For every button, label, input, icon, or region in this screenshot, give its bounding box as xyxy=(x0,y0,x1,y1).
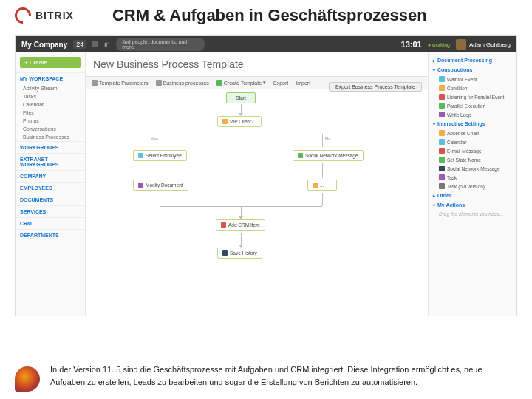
edit-icon xyxy=(138,183,143,188)
calendar-icon xyxy=(439,139,445,145)
user-icon xyxy=(138,153,143,158)
nav-section[interactable]: DEPARTMENTS xyxy=(16,229,85,241)
flow-node[interactable]: Save History xyxy=(217,248,262,259)
loop-icon xyxy=(439,112,445,117)
flow-condition-node[interactable]: VIP Client? xyxy=(217,116,262,127)
nav-item[interactable]: Conversations xyxy=(16,125,85,133)
nav-section[interactable]: WORKGROUPS xyxy=(16,141,85,153)
flow-node[interactable]: ... xyxy=(307,180,337,191)
flow-start-node[interactable]: Start xyxy=(226,92,256,103)
palette-item[interactable]: E-mail Message xyxy=(432,146,514,155)
flow-node[interactable]: Add CRM Item xyxy=(216,219,265,231)
palette-section[interactable]: Other xyxy=(432,191,514,200)
nav-section-workspace[interactable]: MY WORKSPACE xyxy=(16,72,85,84)
nav-item[interactable]: Files xyxy=(16,109,85,117)
flow-node[interactable]: Select Employee xyxy=(133,150,187,161)
brand-name: BITRIX xyxy=(35,10,74,21)
palette-item[interactable]: Absence Chart xyxy=(432,129,514,137)
brand-logo: BITRIX xyxy=(15,7,74,24)
palette-item[interactable]: Social Network Message xyxy=(432,164,514,173)
branch-yes: Yes xyxy=(151,137,158,141)
connector xyxy=(322,134,323,147)
canvas-area: New Business Process Template Template P… xyxy=(86,52,428,316)
page-title: New Business Process Template xyxy=(86,52,428,76)
tool-import[interactable]: Import xyxy=(296,80,310,86)
slide-header: BITRIX CRM & Aufgaben in Geschäftsprozes… xyxy=(0,0,532,31)
app-topbar: My Company 24 ◧ find people, documents, … xyxy=(16,36,516,52)
nav-item[interactable]: Business Processes xyxy=(16,133,85,141)
tool-create[interactable]: Create Template▾ xyxy=(216,80,266,86)
palette-item[interactable]: Parallel Execution xyxy=(432,101,514,110)
palette-section[interactable]: Constructions xyxy=(432,65,514,75)
connector xyxy=(160,193,160,206)
palette-item[interactable]: Condition xyxy=(432,83,514,92)
connector xyxy=(322,193,323,206)
company-name: My Company xyxy=(21,41,67,49)
status-indicator: ● working xyxy=(428,42,450,47)
app-body: + Create MY WORKSPACE Activity Stream Ta… xyxy=(16,52,516,316)
condition-icon xyxy=(222,119,228,124)
left-sidebar: + Create MY WORKSPACE Activity Stream Ta… xyxy=(16,52,86,316)
slide-title: CRM & Aufgaben in Geschäftsprozessen xyxy=(112,6,427,25)
wait-icon xyxy=(439,76,445,82)
connector xyxy=(160,134,322,134)
condition-icon xyxy=(439,85,445,91)
nav-section[interactable]: EXTRANET WORKGROUPS xyxy=(16,153,85,170)
tool-export[interactable]: Export xyxy=(273,80,288,86)
process-icon xyxy=(156,80,162,86)
nav-section[interactable]: DOCUMENTS xyxy=(16,194,85,205)
tool-processes[interactable]: Business processes xyxy=(156,80,209,86)
email-icon xyxy=(439,148,445,154)
listen-icon xyxy=(439,94,445,100)
palette-item[interactable]: Wait for Event xyxy=(432,75,514,83)
palette-hint: Drag the elements you need... xyxy=(432,210,514,218)
create-button[interactable]: + Create xyxy=(20,57,81,68)
company-badge: 24 xyxy=(73,40,86,49)
app-window: My Company 24 ◧ find people, documents, … xyxy=(15,35,517,316)
palette-item[interactable]: Task (old version) xyxy=(432,182,514,191)
nav-section[interactable]: CRM xyxy=(16,217,85,229)
butterfly-icon xyxy=(15,366,40,392)
nav-item[interactable]: Activity Stream xyxy=(16,84,85,92)
palette-section[interactable]: My Actions xyxy=(432,200,514,210)
palette-item[interactable]: Task xyxy=(432,173,514,182)
task-old-icon xyxy=(439,183,445,189)
parallel-icon xyxy=(439,103,445,109)
collapse-icon[interactable]: ◧ xyxy=(104,41,110,48)
nav-section[interactable]: EMPLOYEES xyxy=(16,182,85,194)
footer-text: In der Version 11. 5 sind die Geschäftsp… xyxy=(50,364,517,388)
branch-no: No xyxy=(325,137,331,141)
connector xyxy=(322,163,323,178)
search-input[interactable]: find people, documents, and more xyxy=(116,38,205,51)
slide-footer: In der Version 11. 5 sind die Geschäftsp… xyxy=(15,364,517,392)
avatar xyxy=(456,39,466,50)
message-icon xyxy=(298,153,303,158)
nav-section[interactable]: SERVICES xyxy=(16,205,85,217)
flow-node[interactable]: Social Network Message xyxy=(293,150,364,161)
nav-item[interactable]: Tasks xyxy=(16,92,85,100)
flow-node[interactable]: Modify Document xyxy=(133,180,188,191)
connector xyxy=(160,163,160,178)
action-palette: Document Processing Constructions Wait f… xyxy=(428,52,516,316)
palette-section[interactable]: Interactive Settings xyxy=(432,119,514,129)
connector xyxy=(160,134,160,147)
flowchart[interactable]: Start VIP Client? Yes No Select Employee… xyxy=(86,89,428,304)
crm-icon xyxy=(221,222,226,228)
nav-section[interactable]: COMPANY xyxy=(16,170,85,182)
nav-item[interactable]: Calendar xyxy=(16,100,85,109)
state-icon xyxy=(439,157,445,163)
palette-section[interactable]: Document Processing xyxy=(432,55,514,65)
user-menu[interactable]: Adam Goldberg xyxy=(456,39,511,50)
grid-icon[interactable] xyxy=(92,41,98,47)
tool-params[interactable]: Template Parameters xyxy=(92,80,149,86)
user-name: Adam Goldberg xyxy=(469,41,511,48)
palette-item[interactable]: Calendar xyxy=(432,137,514,146)
plus-icon xyxy=(216,80,222,86)
misc-icon xyxy=(313,183,318,188)
palette-item[interactable]: While Loop xyxy=(432,110,514,119)
palette-item[interactable]: Set State Name xyxy=(432,155,514,164)
nav-item[interactable]: Photos xyxy=(16,117,85,125)
palette-item[interactable]: Listening for Parallel Event xyxy=(432,92,514,101)
history-icon xyxy=(222,250,228,256)
main-area: New Business Process Template Template P… xyxy=(86,52,516,316)
